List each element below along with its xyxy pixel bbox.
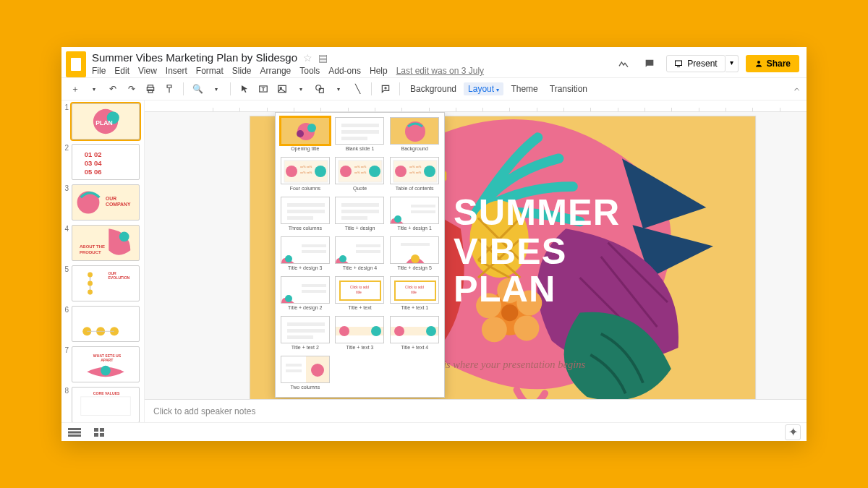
speaker-notes[interactable]: Click to add speaker notes bbox=[145, 399, 807, 422]
image-tool[interactable] bbox=[274, 81, 290, 97]
layout-option[interactable]: Title + design 5 bbox=[389, 236, 440, 273]
layout-option[interactable]: Title + design bbox=[335, 197, 386, 234]
slide-title[interactable]: SUMMER VIBES PLAN bbox=[454, 194, 620, 309]
layout-option[interactable]: Title + design 2 bbox=[280, 276, 331, 313]
move-folder-icon[interactable]: ▤ bbox=[318, 52, 328, 64]
thumbnail-number: 2 bbox=[63, 144, 69, 152]
menu-help[interactable]: Help bbox=[370, 66, 388, 76]
comment-tool[interactable] bbox=[378, 81, 393, 97]
svg-point-54 bbox=[307, 124, 316, 132]
select-tool[interactable] bbox=[237, 81, 252, 97]
layout-option[interactable]: Opening title bbox=[280, 117, 331, 154]
layout-option[interactable]: Title + text 3 bbox=[335, 316, 386, 353]
shape-tool[interactable] bbox=[312, 81, 328, 97]
line-tool[interactable]: ╲ bbox=[349, 81, 365, 97]
new-slide-button[interactable]: ＋ bbox=[67, 81, 83, 97]
layout-option[interactable]: Title + text 4 bbox=[389, 316, 440, 353]
doc-title[interactable]: Summer Vibes Marketing Plan by Slidesgo bbox=[92, 51, 297, 64]
svg-rect-9 bbox=[319, 88, 323, 93]
menu-view[interactable]: View bbox=[138, 66, 157, 76]
present-button[interactable]: Present bbox=[666, 55, 725, 72]
menu-format[interactable]: Format bbox=[196, 66, 224, 76]
zoom-dropdown[interactable]: ▾ bbox=[208, 81, 224, 97]
svg-point-67 bbox=[369, 166, 380, 177]
layout-button[interactable]: Layout ▾ bbox=[464, 82, 503, 95]
layout-option[interactable]: Three columns bbox=[280, 197, 331, 234]
slide-thumbnail[interactable]: OUREVOLUTION bbox=[72, 265, 140, 301]
svg-rect-103 bbox=[287, 335, 313, 339]
new-slide-dropdown[interactable]: ▾ bbox=[86, 81, 102, 97]
slide-thumbnail[interactable] bbox=[72, 306, 140, 342]
svg-rect-83 bbox=[411, 210, 435, 213]
menu-edit[interactable]: Edit bbox=[114, 66, 129, 76]
speaker-notes-placeholder: Click to add speaker notes bbox=[153, 406, 255, 416]
toolbar-separator bbox=[183, 82, 184, 95]
svg-rect-93 bbox=[302, 284, 326, 287]
layout-option[interactable]: xx% xx%xx% xx%Quote bbox=[335, 157, 386, 194]
menu-arrange[interactable]: Arrange bbox=[260, 66, 292, 76]
present-dropdown[interactable]: ▾ bbox=[726, 55, 739, 72]
layout-option[interactable]: Title + text 2 bbox=[280, 316, 331, 353]
image-dropdown[interactable]: ▾ bbox=[293, 81, 309, 97]
svg-point-8 bbox=[316, 85, 321, 90]
shape-dropdown[interactable]: ▾ bbox=[331, 81, 346, 97]
svg-rect-78 bbox=[341, 203, 379, 207]
slide-thumbnail[interactable]: 01 0203 0405 06 bbox=[72, 144, 140, 180]
filmstrip-view-icon[interactable] bbox=[67, 427, 82, 437]
chevron-down-icon: ▾ bbox=[496, 87, 499, 93]
layout-option[interactable]: xx% xx%xx% xx%Table of contents bbox=[389, 157, 440, 194]
slide-thumbnail[interactable]: CORE VALUES bbox=[72, 387, 140, 422]
layout-option[interactable]: Blank slide 1 bbox=[335, 117, 386, 154]
layout-option[interactable]: Two columns bbox=[280, 356, 331, 393]
textbox-tool[interactable] bbox=[255, 81, 271, 97]
menu-insert[interactable]: Insert bbox=[166, 66, 187, 76]
menu-file[interactable]: File bbox=[92, 66, 106, 76]
theme-button[interactable]: Theme bbox=[506, 82, 542, 95]
background-button[interactable]: Background bbox=[406, 82, 461, 95]
menu-addons[interactable]: Add-ons bbox=[328, 66, 361, 76]
collapse-toolbar-icon[interactable]: ᨈ bbox=[794, 85, 801, 93]
layout-option[interactable]: Title + design 3 bbox=[280, 236, 331, 273]
thumbnail-row: 5OUREVOLUTION bbox=[63, 265, 140, 301]
slide-thumbnail[interactable]: PLAN bbox=[72, 103, 140, 140]
layout-dropdown-panel[interactable]: Opening titleBlank slide 1Backgroundxx% … bbox=[275, 112, 445, 398]
layout-option[interactable]: Click to addtitleTitle + text 1 bbox=[389, 276, 440, 313]
layout-label: Four columns bbox=[290, 186, 320, 191]
layout-option[interactable]: Title + design 1 bbox=[389, 197, 440, 234]
toolbar-separator bbox=[371, 82, 372, 95]
layout-option[interactable]: xx% xx%xx% xx%Four columns bbox=[280, 157, 331, 194]
share-button[interactable]: Share bbox=[746, 55, 799, 72]
thumbnail-row: 201 0203 0405 06 bbox=[63, 144, 140, 180]
slide-thumbnail[interactable]: ABOUT THEPRODUCT bbox=[72, 225, 140, 261]
layout-thumbnail: Click to addtitle bbox=[390, 276, 439, 304]
menu-tools[interactable]: Tools bbox=[299, 66, 320, 76]
view-bar: ✦ bbox=[61, 422, 807, 441]
layout-label: Title + design 4 bbox=[343, 265, 377, 270]
layout-option[interactable]: Click to addtitleTitle + text bbox=[335, 276, 386, 313]
zoom-button[interactable]: 🔍 bbox=[190, 81, 205, 97]
undo-button[interactable]: ↶ bbox=[105, 81, 121, 97]
activity-icon[interactable] bbox=[614, 54, 633, 73]
svg-rect-58 bbox=[341, 137, 367, 140]
thumbnail-number: 4 bbox=[63, 225, 69, 233]
layout-option[interactable]: Title + design 4 bbox=[335, 236, 386, 273]
print-button[interactable] bbox=[142, 81, 158, 97]
last-edit-link[interactable]: Last edit was on 3 July bbox=[396, 66, 484, 76]
layout-option[interactable]: Background bbox=[389, 117, 440, 154]
doc-title-row: Summer Vibes Marketing Plan by Slidesgo … bbox=[92, 51, 608, 64]
menu-slide[interactable]: Slide bbox=[232, 66, 252, 76]
transition-button[interactable]: Transition bbox=[545, 82, 592, 95]
layout-label: Title + text 3 bbox=[346, 345, 373, 350]
redo-button[interactable]: ↷ bbox=[124, 81, 140, 97]
layout-thumbnail bbox=[335, 117, 384, 145]
grid-view-icon[interactable] bbox=[92, 427, 106, 437]
explore-button[interactable]: ✦ bbox=[785, 424, 801, 440]
star-icon[interactable]: ☆ bbox=[303, 52, 312, 64]
paint-format-button[interactable] bbox=[161, 81, 177, 97]
slide-thumbnail[interactable]: OURCOMPANY bbox=[72, 184, 140, 221]
svg-rect-117 bbox=[94, 428, 98, 432]
slide-thumbnails-panel[interactable]: 1PLAN201 0203 0405 063OURCOMPANY4ABOUT T… bbox=[61, 100, 145, 422]
comments-icon[interactable] bbox=[640, 54, 659, 73]
slide-thumbnail[interactable]: WHAT SETS USAPART bbox=[72, 346, 140, 382]
slide-editor[interactable]: SUMMER VIBES PLAN Here is where your pre… bbox=[145, 112, 807, 399]
